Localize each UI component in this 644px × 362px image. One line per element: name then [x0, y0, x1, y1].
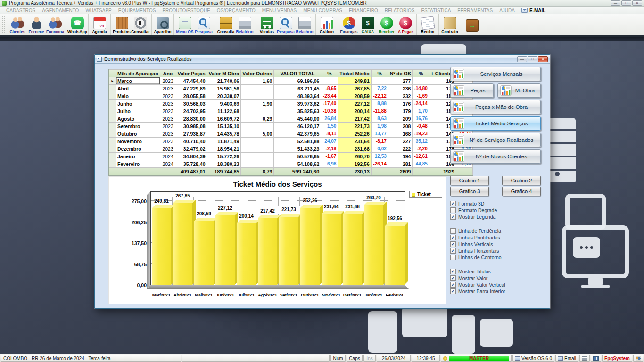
cell-mobra[interactable]: 20.338,07 [207, 92, 241, 100]
cell-month[interactable]: Outubro [116, 130, 160, 138]
checkbox-mostrar-titulos[interactable]: ✓Mostrar Titulos [450, 268, 541, 275]
cell-os[interactable]: 227 [388, 138, 413, 145]
cell-total[interactable]: 54.108,62 [274, 160, 321, 168]
cell-sel[interactable] [109, 130, 116, 138]
checkbox-box[interactable]: ✓ [450, 235, 456, 240]
cell-ticket[interactable]: 267,85 [338, 85, 371, 92]
table-row[interactable]: Abril202347.229,8915.981,5663.211,45-8,6… [109, 85, 473, 92]
checkbox-box[interactable]: ✓ [450, 282, 456, 288]
cell-total[interactable]: 69.196,06 [274, 77, 321, 85]
cell-ano[interactable]: 2023 [160, 123, 176, 130]
cell-pecas[interactable]: 27.938,87 [176, 130, 207, 138]
cell-pct_ticket[interactable]: -22,12 [371, 92, 388, 100]
cell-pct_os[interactable]: -0,48 [413, 123, 429, 130]
app-minimize-button[interactable]: — [611, 0, 620, 6]
cell-pct_ticket[interactable]: 0,02 [371, 145, 388, 153]
cell-ano[interactable]: 2023 [160, 100, 176, 107]
cell-outros[interactable]: 1,60 [241, 77, 274, 85]
toolbar-vendas[interactable]: Vendas [257, 16, 276, 34]
cell-pct_os[interactable]: -1,69 [413, 92, 429, 100]
cell-outros[interactable] [241, 138, 274, 145]
toolbar-pesquisa2[interactable]: Pesquisa [276, 16, 295, 34]
toolbar-whatsapp[interactable]: ☎WhatsApp [68, 16, 87, 34]
cell-pct_total[interactable]: -8,11 [321, 130, 338, 138]
cell-total[interactable]: 45.440,00 [274, 115, 321, 123]
menu-item-financeiro[interactable]: FINANCEIRO [346, 8, 381, 13]
table-row[interactable]: Novembro202340.710,4011.871,4952.581,882… [109, 138, 473, 145]
cell-total[interactable]: 35.825,63 [274, 107, 321, 115]
checkbox-mostrar-valor[interactable]: ✓Mostrar Valor [450, 275, 541, 281]
cell-outros[interactable]: 5,00 [241, 130, 274, 138]
table-row[interactable]: Outubro202327.938,8714.435,785,0042.379,… [109, 130, 473, 138]
toolbar-menuos[interactable]: Menu OS [175, 16, 194, 34]
checkbox-box[interactable]: ✓ [450, 241, 456, 247]
cell-ano[interactable]: 2023 [160, 145, 176, 153]
cell-os[interactable]: 222 [388, 145, 413, 153]
checkbox-linhas-pontilhadas[interactable]: ✓Linhas Pontilhadas [450, 234, 541, 241]
toolbar-exit[interactable]: → [462, 18, 481, 32]
toolbar-grafico[interactable]: Gráfico [317, 16, 336, 34]
cell-os[interactable]: 232 [388, 92, 413, 100]
cell-pecas[interactable]: 28.830,00 [176, 115, 207, 123]
checkbox-box[interactable] [450, 255, 456, 260]
cell-pct_total[interactable]: -1,67 [321, 153, 338, 160]
cell-ticket[interactable]: 200,14 [338, 107, 371, 115]
column-header-mobra[interactable]: Valor M Obra [207, 70, 241, 77]
toolbar-financas[interactable]: $Finanças [339, 16, 358, 34]
cell-pct_ticket[interactable]: -26,14 [371, 160, 388, 168]
menu-item-equipamentos[interactable]: EQUIPAMENTOS [115, 8, 159, 13]
cell-total[interactable]: 42.379,65 [274, 130, 321, 138]
table-row[interactable]: Fevereiro202435.728,4018.380,2354.108,62… [109, 160, 473, 168]
cell-outros[interactable] [241, 123, 274, 130]
cell-pct_total[interactable]: 24,07 [321, 138, 338, 145]
cell-mobra[interactable]: 14.435,78 [207, 130, 241, 138]
cell-pct_total[interactable]: 26,84 [321, 115, 338, 123]
cell-pct_os[interactable]: -24,14 [413, 100, 429, 107]
table-row[interactable]: Junho202330.568,039.403,691,9039.973,62-… [109, 100, 473, 107]
cell-pecas[interactable]: 35.728,40 [176, 160, 207, 168]
cell-outros[interactable] [241, 107, 274, 115]
cell-pct_total[interactable]: 6,98 [321, 160, 338, 168]
cell-pct_ticket[interactable]: 1,98 [371, 123, 388, 130]
menu-item-menu-vendas[interactable]: MENU VENDAS [259, 8, 300, 13]
cell-pct_os[interactable]: -19,23 [413, 130, 429, 138]
cell-os[interactable]: 208 [388, 123, 413, 130]
cell-mobra[interactable]: 15.772,26 [207, 153, 241, 160]
cell-outros[interactable]: 0,29 [241, 115, 274, 123]
cell-mobra[interactable]: 18.380,23 [207, 160, 241, 168]
checkbox-formato-3d[interactable]: ✓Formato 3D [450, 200, 541, 207]
checkbox-box[interactable]: ✓ [450, 214, 456, 220]
cell-pct_total[interactable]: -2,18 [321, 145, 338, 153]
toolbar-contrato[interactable]: Contrato [440, 16, 459, 34]
grafico-button-1[interactable]: Grafico 1 [450, 176, 489, 185]
checkbox-linhas-de-contorno[interactable]: Linhas de Contorno [450, 254, 541, 261]
cell-total[interactable]: 52.581,88 [274, 138, 321, 145]
window-minimize-button[interactable]: — [517, 56, 527, 62]
table-row[interactable]: Setembro202330.985,0815.135,1046.120,171… [109, 123, 473, 130]
cell-sel[interactable]: ► [109, 77, 116, 85]
table-row[interactable]: Janeiro202434.804,3915.772,2650.576,65-1… [109, 153, 473, 160]
table-row[interactable]: Agosto202328.830,0016.609,720,2945.440,0… [109, 115, 473, 123]
cell-month[interactable]: Novembro [116, 138, 160, 145]
menu-item-estatistica[interactable]: ESTATISTICA [418, 8, 454, 13]
cell-sel[interactable] [109, 115, 116, 123]
cell-pct_ticket[interactable]: 8,63 [371, 115, 388, 123]
app-restore-button[interactable]: □ [621, 0, 631, 6]
cell-outros[interactable]: 1,90 [241, 100, 274, 107]
cell-pecas[interactable]: 28.055,58 [176, 92, 207, 100]
cell-sel[interactable] [109, 145, 116, 153]
cell-ano[interactable]: 2024 [160, 160, 176, 168]
table-row[interactable]: ►Marco202347.454,4021.740,061,6069.196,0… [109, 77, 473, 85]
cell-ticket[interactable]: 231,64 [338, 138, 371, 145]
cell-pecas[interactable]: 32.479,02 [176, 145, 207, 153]
cell-pct_ticket[interactable]: 7,22 [371, 85, 388, 92]
column-header-os[interactable]: Nº de OS [388, 70, 413, 77]
cell-sel[interactable] [109, 92, 116, 100]
cell-pct_ticket[interactable]: -11,88 [371, 107, 388, 115]
cell-ano[interactable]: 2024 [160, 153, 176, 160]
checkbox-box[interactable]: ✓ [450, 269, 456, 274]
checkbox-mostrar-barra-inferior[interactable]: ✓Mostrar Barra Inferior [450, 288, 541, 295]
toolbar-receber[interactable]: $Receber [377, 16, 396, 34]
cell-pct_total[interactable]: -10,38 [321, 107, 338, 115]
cell-month[interactable]: Maio [116, 92, 160, 100]
